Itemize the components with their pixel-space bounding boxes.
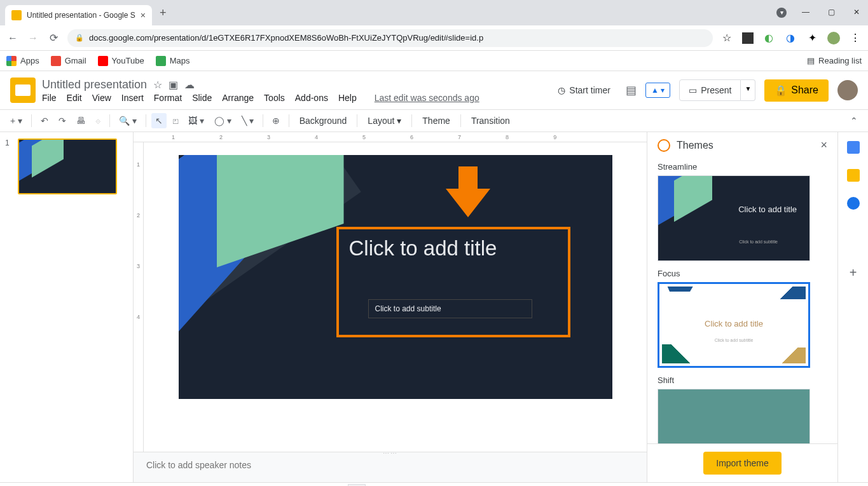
redo-button[interactable]: ↷: [55, 113, 70, 128]
menu-addons[interactable]: Add-ons: [295, 93, 328, 103]
select-tool[interactable]: ↖: [151, 113, 167, 128]
chrome-menu-icon[interactable]: ⋮: [849, 32, 862, 44]
url-text: docs.google.com/presentation/d/1eGTXE6R1…: [89, 33, 483, 43]
title-placeholder[interactable]: Click to add title: [349, 236, 497, 260]
zoom-button[interactable]: 🔍 ▾: [115, 113, 141, 128]
browser-tab-strip: Untitled presentation - Google S × + ▾ —…: [0, 0, 868, 25]
maps-bookmark[interactable]: Maps: [156, 56, 190, 66]
maps-icon: [156, 56, 166, 66]
present-dropdown[interactable]: ▼: [741, 79, 755, 101]
explore-button[interactable]: ✦: [348, 484, 366, 487]
import-theme-button[interactable]: Import theme: [703, 452, 781, 475]
undo-button[interactable]: ↶: [37, 113, 52, 128]
keep-icon[interactable]: [847, 169, 860, 182]
menu-tools[interactable]: Tools: [264, 93, 285, 103]
paint-format-button[interactable]: ⟐: [92, 113, 104, 128]
filmstrip: 1: [0, 132, 134, 482]
speaker-notes[interactable]: ⋯⋯ Click to add speaker notes: [134, 452, 647, 482]
extensions-icon[interactable]: ✦: [806, 32, 818, 44]
notes-drag-handle[interactable]: ⋯⋯: [383, 450, 398, 457]
slideshow-icon[interactable]: ▲ ▾: [645, 83, 670, 98]
line-tool[interactable]: ╲ ▾: [238, 113, 258, 128]
menu-insert[interactable]: Insert: [121, 93, 144, 103]
close-window-button[interactable]: ✕: [850, 8, 863, 18]
document-title[interactable]: Untitled presentation: [42, 78, 147, 91]
apps-grid-icon: [6, 56, 17, 66]
shape-tool[interactable]: ◯ ▾: [210, 113, 235, 128]
vertical-ruler: 12 34: [134, 142, 144, 452]
theme-label-focus: Focus: [658, 269, 827, 278]
reading-list-button[interactable]: ▤ Reading list: [807, 56, 862, 65]
textbox-tool[interactable]: ⏍: [169, 113, 182, 128]
theme-option-shift[interactable]: [658, 389, 810, 443]
forward-button[interactable]: →: [27, 32, 39, 44]
star-doc-icon[interactable]: ☆: [153, 79, 162, 91]
background-button[interactable]: Background: [294, 113, 352, 128]
menu-edit[interactable]: Edit: [67, 93, 82, 103]
close-panel-icon[interactable]: ×: [820, 138, 827, 152]
theme-option-streamline[interactable]: Click to add title Click to add subtitle: [658, 175, 810, 261]
cloud-status-icon[interactable]: ☁: [184, 79, 195, 91]
start-timer-button[interactable]: ◷ Start timer: [551, 81, 617, 99]
bookmarks-bar: Apps Gmail YouTube Maps ▤ Reading list: [0, 51, 868, 71]
horizontal-ruler: 123 456 789: [134, 132, 647, 142]
ext-icon-1[interactable]: [742, 32, 754, 44]
url-field[interactable]: 🔒 docs.google.com/presentation/d/1eGTXE6…: [67, 29, 713, 47]
image-tool[interactable]: 🖼 ▾: [184, 113, 208, 128]
menu-bar: File Edit View Insert Format Slide Arran…: [42, 93, 545, 103]
calendar-icon[interactable]: [847, 141, 860, 154]
slides-header: Untitled presentation ☆ ▣ ☁ File Edit Vi…: [0, 71, 868, 109]
move-doc-icon[interactable]: ▣: [169, 79, 178, 91]
minimize-button[interactable]: —: [799, 8, 812, 18]
theme-option-focus[interactable]: Click to add title Click to add subtitle: [658, 282, 810, 368]
comment-button[interactable]: ⊕: [268, 113, 284, 128]
ext-icon-3[interactable]: ◑: [784, 32, 797, 44]
youtube-icon: [98, 56, 108, 66]
new-slide-button[interactable]: + ▾: [6, 113, 26, 128]
timer-icon: ◷: [558, 85, 565, 95]
back-button[interactable]: ←: [6, 32, 19, 44]
youtube-bookmark[interactable]: YouTube: [98, 56, 144, 66]
slide-canvas[interactable]: Click to add title Click to add subtitle: [179, 155, 612, 399]
address-bar: ← → ⟳ 🔒 docs.google.com/presentation/d/1…: [0, 25, 868, 51]
ext-icon-2[interactable]: ◐: [762, 32, 775, 44]
add-panel-icon[interactable]: +: [850, 266, 857, 280]
transition-button[interactable]: Transition: [466, 113, 515, 128]
menu-format[interactable]: Format: [154, 93, 182, 103]
browser-tab[interactable]: Untitled presentation - Google S ×: [5, 5, 152, 25]
maximize-button[interactable]: ▢: [825, 8, 837, 18]
annotation-arrow-icon: [446, 166, 490, 217]
window-controls: ▾ — ▢ ✕: [776, 8, 863, 18]
subtitle-placeholder[interactable]: Click to add subtitle: [368, 299, 532, 318]
reload-button[interactable]: ⟳: [47, 32, 60, 44]
share-button[interactable]: 🔒 Share: [764, 79, 829, 102]
last-edit-link[interactable]: Last edit was seconds ago: [375, 93, 479, 103]
menu-arrange[interactable]: Arrange: [222, 93, 254, 103]
lock-icon: 🔒: [75, 34, 84, 42]
tasks-icon[interactable]: [847, 197, 860, 210]
new-tab-button[interactable]: +: [160, 6, 167, 20]
present-icon: ▭: [689, 85, 697, 95]
theme-label-shift: Shift: [658, 375, 827, 385]
apps-shortcut[interactable]: Apps: [6, 56, 39, 66]
print-button[interactable]: 🖶: [72, 113, 89, 128]
slide-number: 1: [5, 138, 14, 194]
slide-thumbnail[interactable]: [18, 138, 117, 194]
slides-logo-icon[interactable]: [10, 78, 36, 103]
gmail-bookmark[interactable]: Gmail: [51, 56, 86, 66]
themes-panel-title: Themes: [677, 140, 713, 151]
close-tab-icon[interactable]: ×: [141, 10, 146, 20]
user-avatar[interactable]: [837, 80, 858, 100]
menu-slide[interactable]: Slide: [192, 93, 212, 103]
account-icon[interactable]: ▾: [776, 8, 787, 18]
menu-help[interactable]: Help: [338, 93, 357, 103]
comments-icon[interactable]: ▤: [626, 83, 637, 97]
menu-file[interactable]: File: [42, 93, 57, 103]
present-button[interactable]: ▭ Present: [679, 79, 741, 101]
profile-avatar-icon[interactable]: [827, 32, 840, 44]
menu-view[interactable]: View: [92, 93, 111, 103]
star-icon[interactable]: ☆: [720, 32, 733, 44]
theme-button[interactable]: Theme: [417, 113, 455, 128]
layout-button[interactable]: Layout ▾: [362, 113, 406, 128]
collapse-toolbar-icon[interactable]: ⌃: [846, 113, 862, 128]
